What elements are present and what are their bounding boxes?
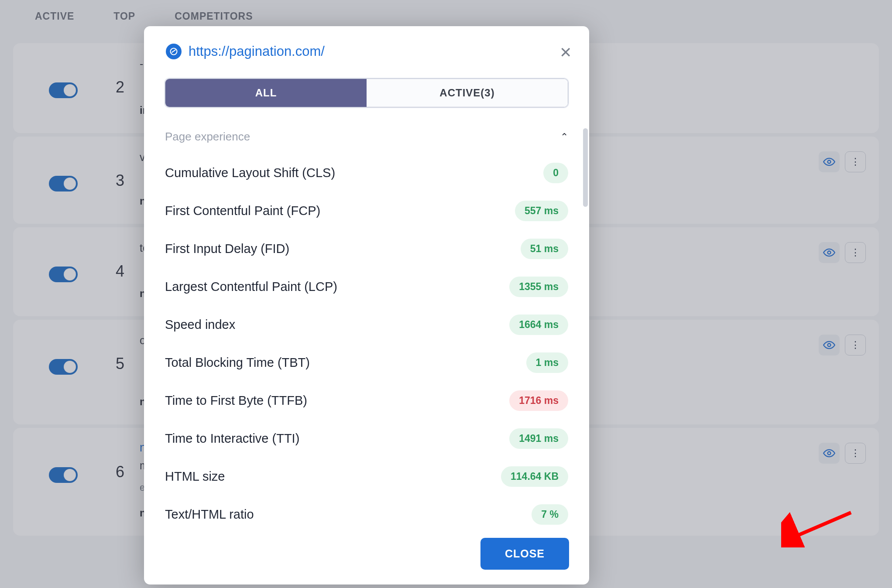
- metric-label: Speed index: [165, 318, 235, 332]
- metric-label: Cumulative Layout Shift (CLS): [165, 166, 335, 180]
- metric-value: 114.64 KB: [501, 466, 568, 487]
- metric-row: Largest Contentful Paint (LCP) 1355 ms: [165, 268, 568, 306]
- metric-row: First Contentful Paint (FCP) 557 ms: [165, 192, 568, 230]
- metric-label: Time to Interactive (TTI): [165, 431, 299, 446]
- close-icon[interactable]: ✕: [559, 44, 572, 61]
- modal-url[interactable]: https://pagination.com/: [189, 44, 325, 59]
- metric-row: First Input Delay (FID) 51 ms: [165, 230, 568, 268]
- site-favicon: [166, 44, 182, 59]
- metric-label: Text/HTML ratio: [165, 507, 254, 522]
- metric-label: Largest Contentful Paint (LCP): [165, 280, 337, 294]
- metric-row: HTML size 114.64 KB: [165, 458, 568, 496]
- metric-row: Text/HTML ratio 7 %: [165, 496, 568, 526]
- metric-label: Time to First Byte (TTFB): [165, 393, 307, 408]
- section-title: Page experience: [165, 130, 250, 144]
- metric-label: Total Blocking Time (TBT): [165, 356, 310, 370]
- scrollbar-thumb[interactable]: [583, 128, 588, 207]
- metric-value: 51 ms: [521, 239, 568, 259]
- segmented-control: ALL ACTIVE(3): [165, 79, 568, 107]
- metric-value: 0: [543, 163, 568, 183]
- metric-value: 1 ms: [526, 352, 568, 373]
- metric-value: 1491 ms: [509, 428, 568, 449]
- metric-row: Cumulative Layout Shift (CLS) 0: [165, 154, 568, 192]
- modal-body: Page experience ⌃ Cumulative Layout Shif…: [144, 111, 589, 526]
- close-button[interactable]: CLOSE: [480, 538, 569, 570]
- section-page-experience[interactable]: Page experience ⌃: [165, 124, 568, 154]
- metric-label: First Contentful Paint (FCP): [165, 204, 320, 218]
- segment-active[interactable]: ACTIVE(3): [367, 79, 568, 107]
- metric-row: Speed index 1664 ms: [165, 306, 568, 344]
- metric-value: 7 %: [532, 504, 568, 525]
- metric-value: 1716 ms: [509, 390, 568, 411]
- page-experience-modal: https://pagination.com/ ✕ ALL ACTIVE(3) …: [144, 26, 589, 585]
- metric-row: Time to Interactive (TTI) 1491 ms: [165, 420, 568, 458]
- metric-value: 557 ms: [515, 201, 568, 221]
- metric-row: Time to First Byte (TTFB) 1716 ms: [165, 382, 568, 420]
- chevron-up-icon: ⌃: [560, 131, 568, 143]
- metric-value: 1355 ms: [509, 277, 568, 297]
- metric-value: 1664 ms: [509, 315, 568, 335]
- segment-all[interactable]: ALL: [165, 79, 367, 107]
- metric-row: Total Blocking Time (TBT) 1 ms: [165, 344, 568, 382]
- metric-label: First Input Delay (FID): [165, 242, 289, 256]
- metric-label: HTML size: [165, 469, 225, 484]
